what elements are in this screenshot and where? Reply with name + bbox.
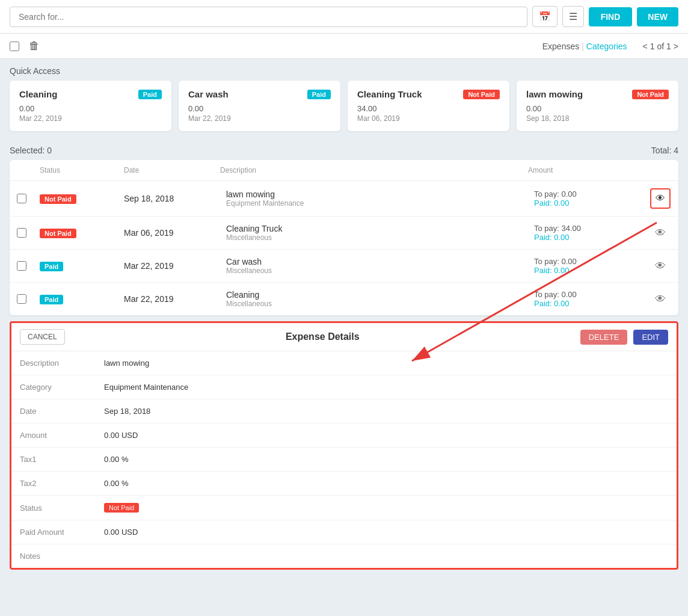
row-amount: To pay: 34.00 Paid: 0.00 [522, 224, 642, 242]
view-detail-button[interactable]: 👁 [642, 293, 678, 306]
detail-row-paid-amount: Paid Amount 0.00 USD [11, 520, 677, 544]
detail-value: lawn mowing [104, 359, 149, 368]
view-detail-button[interactable]: 👁 [642, 227, 678, 239]
eye-icon: 👁 [655, 293, 666, 306]
row-desc-sub: Miscellaneous [220, 266, 516, 275]
qa-card-cleaning[interactable]: Cleaning Paid 0.00 Mar 22, 2019 [10, 81, 171, 131]
qa-card-amount: 34.00 [357, 104, 500, 113]
row-checkbox[interactable] [10, 228, 34, 238]
status-badge-paid: Paid [40, 295, 63, 304]
row-checkbox[interactable] [10, 194, 34, 203]
qa-status-badge: Paid [307, 90, 331, 99]
status-badge-notpaid: Not Paid [40, 194, 76, 204]
qa-card-lawn-mowing[interactable]: lawn mowing Not Paid 0.00 Sep 18, 2018 [517, 81, 678, 131]
qa-card-cleaning-truck[interactable]: Cleaning Truck Not Paid 34.00 Mar 06, 20… [348, 81, 509, 131]
qa-status-badge: Paid [138, 90, 162, 99]
view-detail-button[interactable]: 👁 [642, 260, 678, 273]
select-all-checkbox[interactable] [10, 42, 19, 51]
row-desc-sub: Equipment Maintenance [220, 199, 516, 208]
row-status: Paid [34, 294, 118, 304]
table-row: Paid Mar 22, 2019 Car wash Miscellaneous… [10, 250, 678, 283]
amount-paid: Paid: 0.00 [528, 233, 636, 242]
prev-page-button[interactable]: < [643, 42, 648, 51]
search-input[interactable] [10, 7, 527, 27]
edit-button[interactable]: EDIT [633, 330, 668, 345]
table-row: Not Paid Mar 06, 2019 Cleaning Truck Mis… [10, 217, 678, 250]
view-detail-button-active[interactable]: 👁 [650, 188, 671, 209]
detail-label: Description [20, 359, 104, 368]
categories-link[interactable]: Categories [586, 42, 627, 51]
qa-card-date: Sep 18, 2018 [526, 114, 669, 123]
row-date: Sep 18, 2018 [118, 194, 214, 203]
detail-row-notes: Notes [11, 544, 677, 568]
delete-button[interactable]: DELETE [580, 330, 628, 345]
detail-label: Category [20, 383, 104, 392]
row-desc-main: Cleaning [220, 290, 516, 300]
table-header: Status Date Description Amount [10, 160, 678, 181]
qa-card-date: Mar 06, 2019 [357, 114, 500, 123]
row-view-action[interactable]: 👁 [642, 188, 678, 209]
expense-detail-header: CANCEL Expense Details DELETE EDIT [11, 323, 677, 351]
detail-label: Status [20, 504, 104, 513]
row-select-checkbox[interactable] [17, 228, 26, 238]
cancel-button[interactable]: CANCEL [20, 329, 65, 345]
quick-access-label: Quick Access [0, 59, 688, 81]
delete-icon-button[interactable]: 🗑 [25, 38, 43, 54]
row-checkbox[interactable] [10, 261, 34, 271]
expense-table: Status Date Description Amount Not Paid … [10, 160, 678, 315]
qa-card-title: Cleaning Truck [357, 89, 422, 99]
pagination: < 1 of 1 > [643, 42, 678, 51]
row-checkbox[interactable] [10, 294, 34, 304]
quick-access-cards: Cleaning Paid 0.00 Mar 22, 2019 Car wash… [0, 81, 688, 141]
qa-card-date: Mar 22, 2019 [19, 114, 162, 123]
sub-bar: 🗑 Expenses | Categories < 1 of 1 > [0, 34, 688, 59]
amount-topay: To pay: 0.00 [528, 257, 636, 266]
row-desc-sub: Miscellaneous [220, 233, 516, 242]
col-description: Description [214, 166, 522, 174]
amount-paid: Paid: 0.00 [528, 199, 636, 208]
detail-row-category: Category Equipment Maintenance [11, 375, 677, 399]
detail-value: 0.00 % [104, 455, 128, 464]
col-status: Status [34, 166, 118, 174]
row-select-checkbox[interactable] [17, 194, 26, 203]
top-bar: 📅 ☰ FIND NEW [0, 0, 688, 34]
filter-icon-button[interactable]: ☰ [562, 6, 584, 27]
eye-icon: 👁 [656, 193, 665, 204]
row-date: Mar 22, 2019 [118, 294, 214, 304]
table-row: Not Paid Sep 18, 2018 lawn mowing Equipm… [10, 181, 678, 217]
page-indicator: 1 of 1 [650, 42, 671, 51]
row-select-checkbox[interactable] [17, 294, 26, 304]
row-description: Cleaning Miscellaneous [214, 290, 522, 308]
detail-value: 0.00 % [104, 479, 128, 488]
expense-detail-border: CANCEL Expense Details DELETE EDIT Descr… [10, 321, 678, 570]
row-status: Not Paid [34, 228, 118, 238]
expense-detail-title: Expense Details [71, 331, 574, 342]
nav-links: Expenses | Categories [542, 42, 627, 51]
qa-card-carwash[interactable]: Car wash Paid 0.00 Mar 22, 2019 [179, 81, 340, 131]
detail-row-amount: Amount 0.00 USD [11, 424, 677, 448]
next-page-button[interactable]: > [674, 42, 678, 51]
qa-card-title: Cleaning [19, 89, 57, 99]
qa-card-amount: 0.00 [526, 104, 669, 113]
expenses-link[interactable]: Expenses [542, 42, 579, 51]
expense-detail-panel: CANCEL Expense Details DELETE EDIT Descr… [10, 321, 678, 570]
row-date: Mar 22, 2019 [118, 261, 214, 271]
qa-status-badge: Not Paid [463, 90, 500, 99]
calendar-icon-button[interactable]: 📅 [532, 6, 557, 27]
col-amount: Amount [522, 166, 642, 174]
detail-value: Equipment Maintenance [104, 383, 188, 392]
row-date: Mar 06, 2019 [118, 228, 214, 238]
detail-value: 0.00 USD [104, 528, 138, 537]
qa-status-badge: Not Paid [632, 90, 669, 99]
selected-bar: Selected: 0 Total: 4 [0, 141, 688, 160]
row-amount: To pay: 0.00 Paid: 0.00 [522, 290, 642, 308]
new-button[interactable]: NEW [637, 7, 678, 26]
row-select-checkbox[interactable] [17, 261, 26, 271]
detail-label: Amount [20, 431, 104, 440]
row-amount: To pay: 0.00 Paid: 0.00 [522, 189, 642, 208]
row-description: lawn mowing Equipment Maintenance [214, 189, 522, 208]
detail-row-date: Date Sep 18, 2018 [11, 399, 677, 424]
row-desc-main: Car wash [220, 257, 516, 266]
find-button[interactable]: FIND [589, 7, 633, 26]
eye-icon: 👁 [655, 260, 666, 273]
